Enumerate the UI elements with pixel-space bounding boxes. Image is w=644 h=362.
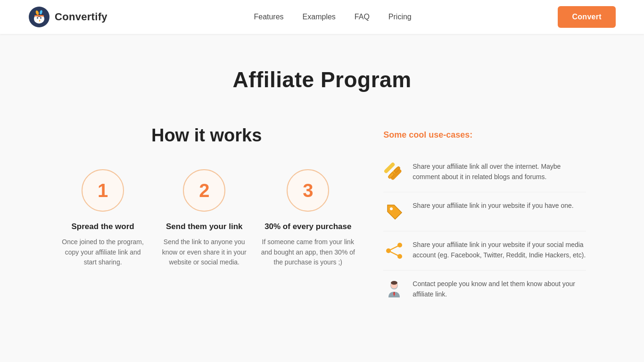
use-cases-section: Some cool use-cases: Share your a (383, 125, 586, 309)
svg-point-24 (391, 281, 397, 285)
step-3-circle: 3 (287, 169, 329, 212)
svg-point-4 (40, 17, 41, 19)
person-icon (383, 279, 405, 301)
step-2-title: Send them your link (166, 222, 242, 231)
use-case-item-2: Share your affiliate link in your websit… (383, 192, 586, 231)
nav-link-examples[interactable]: Examples (303, 13, 336, 21)
step-1: 1 Spread the word Once joined to the pro… (58, 169, 148, 268)
how-it-works-section: How it works 1 Spread the word Once join… (58, 125, 355, 309)
steps-container: 1 Spread the word Once joined to the pro… (58, 169, 355, 268)
nav-link-pricing[interactable]: Pricing (388, 13, 412, 21)
step-2-desc: Send the link to anyone you know or even… (157, 237, 251, 268)
step-3-desc: If someone came from your link and bough… (261, 237, 355, 268)
svg-point-3 (37, 17, 38, 19)
use-case-2-text: Share your affiliate link in your websit… (413, 201, 573, 211)
nav-links: Features Examples FAQ Pricing (254, 13, 411, 21)
step-3-title: 30% of every purchase (264, 222, 351, 231)
step-1-desc: Once joined to the program, copy your af… (58, 237, 148, 268)
logo[interactable]: Convertify (28, 6, 107, 28)
logo-icon (28, 6, 50, 28)
use-case-3-text: Share your affiliate link in your websit… (413, 240, 586, 260)
link-icon (383, 162, 405, 183)
svg-point-16 (390, 207, 393, 210)
page-title: Affiliate Program (9, 67, 635, 92)
svg-line-21 (388, 251, 400, 256)
use-case-4-text: Contact people you know and let them kno… (413, 279, 586, 299)
step-3: 3 30% of every purchase If someone came … (261, 169, 355, 268)
use-case-item-3: Share your affiliate link in your websit… (383, 231, 586, 271)
navbar: Convertify Features Examples FAQ Pricing… (0, 0, 644, 34)
nav-link-features[interactable]: Features (254, 13, 283, 21)
use-cases-title: Some cool use-cases: (383, 130, 586, 140)
nav-link-faq[interactable]: FAQ (355, 13, 370, 21)
logo-text: Convertify (55, 11, 107, 23)
how-it-works-title: How it works (58, 125, 355, 146)
use-case-item-4: Contact people you know and let them kno… (383, 271, 586, 309)
hero-section: Affiliate Program (0, 34, 644, 107)
tag-icon (383, 201, 405, 222)
convert-button[interactable]: Convert (558, 6, 616, 28)
svg-line-20 (388, 245, 400, 251)
main-content: How it works 1 Spread the word Once join… (39, 125, 605, 309)
use-case-item-1: Share your affiliate link all over the i… (383, 153, 586, 192)
svg-rect-6 (34, 15, 44, 16)
step-1-title: Spread the word (72, 222, 134, 231)
step-2: 2 Send them your link Send the link to a… (157, 169, 251, 268)
step-2-circle: 2 (183, 169, 225, 212)
share-icon (383, 240, 405, 262)
use-case-1-text: Share your affiliate link all over the i… (413, 162, 586, 182)
step-1-circle: 1 (82, 169, 124, 212)
